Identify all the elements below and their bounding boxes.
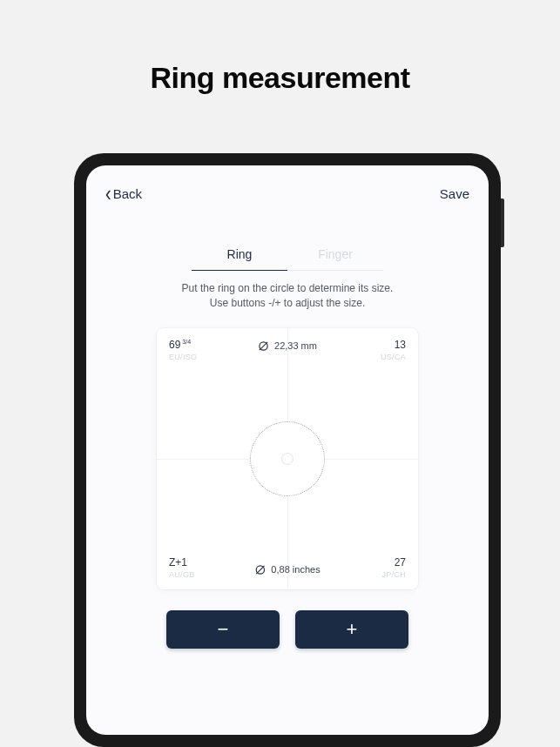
size-us-ca: 13 US/CA [327,339,406,361]
jp-ch-value: 27 [327,556,406,569]
us-ca-label: US/CA [327,353,406,361]
diameter-mm-value: 22,33 mm [274,340,317,351]
au-gb-label: AU/GB [169,570,247,579]
tablet-frame: ‹ Back Save Ring Finger Put the ring on … [74,153,501,747]
diameter-mm: 22,33 mm [258,340,317,352]
app-screen: ‹ Back Save Ring Finger Put the ring on … [86,165,489,735]
eu-iso-value: 69 [169,339,180,351]
measurement-card: 693/4 EU/ISO 13 US/CA Z+1 AU/GB 27 JP/CH… [157,328,418,589]
instruction-line-2: Use buttons -/+ to adjust the size. [105,296,469,311]
decrease-button[interactable]: − [166,610,280,649]
back-button[interactable]: ‹ Back [105,185,142,202]
ring-outline[interactable] [250,421,325,496]
page-title: Ring measurement [0,61,560,95]
navbar: ‹ Back Save [105,181,469,205]
chevron-left-icon: ‹ [105,182,111,205]
jp-ch-label: JP/CH [327,570,406,579]
eu-iso-label: EU/ISO [169,353,247,361]
tab-finger[interactable]: Finger [287,247,383,271]
size-eu-iso: 693/4 EU/ISO [169,339,247,361]
plus-icon: + [347,620,358,639]
size-au-gb: Z+1 AU/GB [169,556,247,579]
au-gb-value: Z+1 [169,556,247,569]
diameter-icon [254,564,266,575]
diameter-icon [258,340,269,352]
instruction-line-1: Put the ring on the circle to determine … [105,281,469,296]
increase-button[interactable]: + [295,610,408,649]
minus-icon: − [218,620,229,639]
size-jp-ch: 27 JP/CH [327,556,406,579]
size-controls: − + [105,610,469,649]
tabs: Ring Finger [105,247,469,271]
ring-center-icon [281,453,293,465]
tablet-side-button [501,199,504,247]
us-ca-value: 13 [327,339,406,351]
diameter-in-value: 0,88 inches [271,564,320,575]
eu-iso-fraction: 3/4 [182,339,191,345]
back-label: Back [113,186,142,201]
diameter-inches: 0,88 inches [254,564,320,575]
save-button[interactable]: Save [440,186,469,201]
instructions: Put the ring on the circle to determine … [105,281,469,311]
tab-ring[interactable]: Ring [192,247,287,271]
